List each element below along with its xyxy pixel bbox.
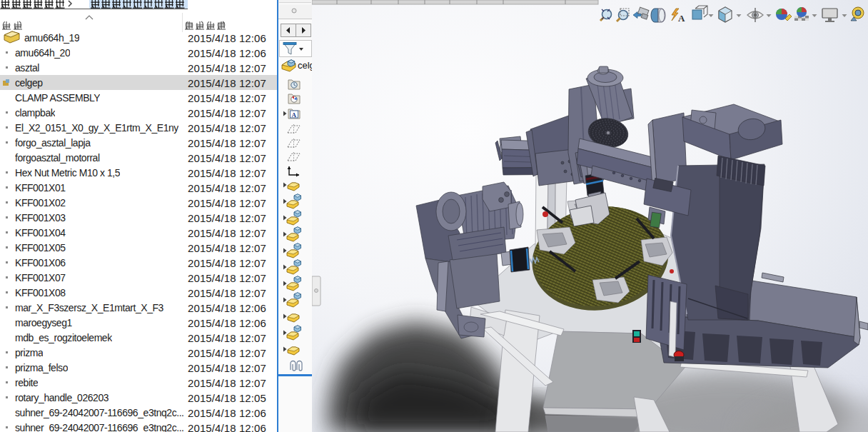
svg-text:A: A <box>292 111 297 119</box>
svg-text:celg: celg <box>298 60 312 71</box>
svg-text:A: A <box>678 13 685 24</box>
